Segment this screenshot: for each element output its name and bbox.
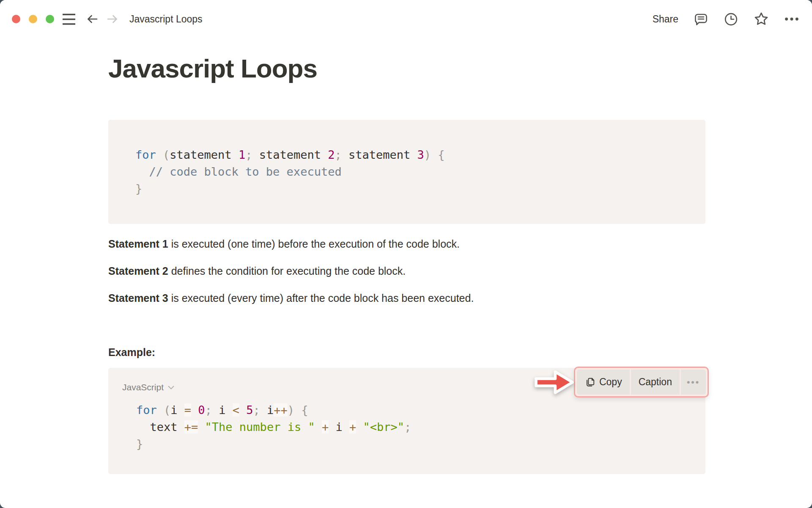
back-icon[interactable] <box>85 12 99 26</box>
copy-pages-icon <box>584 377 595 388</box>
code-toolbar-area: Copy Caption ••• <box>532 367 709 398</box>
favorite-star-icon[interactable] <box>754 11 769 27</box>
page-title[interactable]: Javascript Loops <box>108 52 705 84</box>
app-window: Javascript Loops Share <box>0 0 812 508</box>
paragraph-statement-2[interactable]: Statement 2 defines the condition for ex… <box>108 264 705 278</box>
example-label[interactable]: Example: <box>108 345 705 359</box>
code-more-options-button[interactable]: ••• <box>681 370 706 395</box>
statement-2-bold: Statement 2 <box>108 265 168 277</box>
caption-button[interactable]: Caption <box>631 370 680 395</box>
minimize-button[interactable] <box>29 15 37 23</box>
comments-icon[interactable] <box>694 12 708 27</box>
zoom-button[interactable] <box>46 15 54 23</box>
code-block-syntax[interactable]: for (statement 1; statement 2; statement… <box>108 120 705 224</box>
ellipsis-icon: ••• <box>687 377 700 387</box>
forward-icon[interactable] <box>106 12 119 26</box>
paragraph-statement-3[interactable]: Statement 3 is executed (every time) aft… <box>108 291 705 305</box>
paragraph-statement-1[interactable]: Statement 1 is executed (one time) befor… <box>108 237 705 251</box>
caption-button-label: Caption <box>639 376 672 388</box>
more-options-icon[interactable] <box>784 11 799 27</box>
red-arrow-annotation <box>532 367 576 397</box>
code-text: for (statement 1; statement 2; statement… <box>135 146 678 197</box>
close-button[interactable] <box>12 15 20 23</box>
language-selector[interactable]: JavaScript <box>122 382 174 392</box>
code-block-example[interactable]: JavaScript for (i = 0; i < 5; i++) { tex… <box>108 368 705 474</box>
chevron-down-icon <box>168 386 174 389</box>
history-icon[interactable] <box>724 12 738 27</box>
breadcrumb-title: Javascript Loops <box>129 14 203 25</box>
hamburger-menu-icon[interactable] <box>63 14 75 25</box>
page-body: Javascript Loops for (statement 1; state… <box>0 52 812 474</box>
statement-1-bold: Statement 1 <box>108 238 168 250</box>
statement-3-bold: Statement 3 <box>108 292 168 304</box>
titlebar: Javascript Loops Share <box>0 0 812 33</box>
code-text: for (i = 0; i < 5; i++) { text += "The n… <box>136 402 705 453</box>
share-button[interactable]: Share <box>653 14 678 25</box>
copy-button[interactable]: Copy <box>577 370 630 395</box>
language-label: JavaScript <box>122 382 164 392</box>
copy-button-label: Copy <box>599 376 622 388</box>
toolbar-highlight-annotation: Copy Caption ••• <box>574 367 709 398</box>
window-controls <box>12 15 54 23</box>
